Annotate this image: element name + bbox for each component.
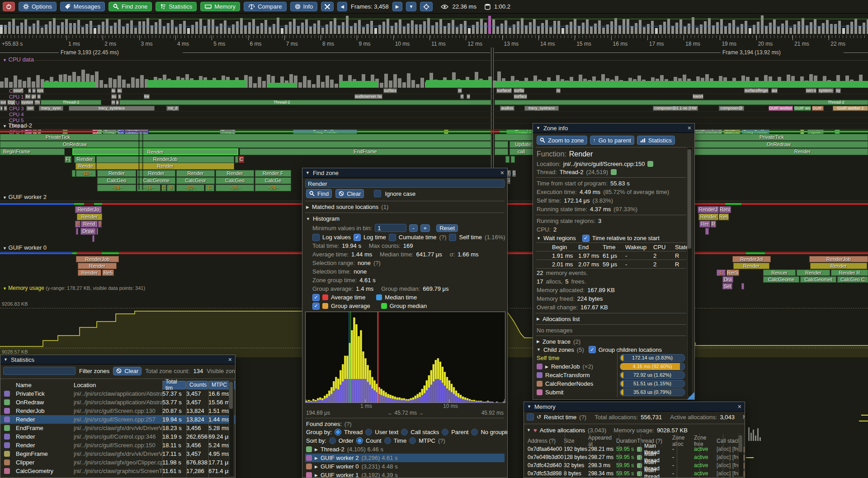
restrict-time-checkbox[interactable]: [527, 413, 534, 421]
zone-chip[interactable]: Dra: [722, 276, 733, 283]
zoom-to-zone-button[interactable]: Zoom to zone: [537, 136, 587, 145]
statistics-button[interactable]: Statistics: [156, 2, 197, 11]
zone-chip[interactable]: CalcGeo: [97, 177, 136, 184]
zone-chip[interactable]: Ren: [719, 213, 729, 220]
zone-chip[interactable]: kworke: [693, 94, 703, 99]
frame-right-label[interactable]: Frame 3,194 (13.92 ms): [722, 49, 781, 56]
zone-chip[interactable]: CalcGeor: [176, 177, 215, 184]
info-button[interactable]: Info: [290, 2, 318, 11]
relative-time-checkbox[interactable]: ✓: [582, 235, 590, 242]
find-zone-button[interactable]: Find zone: [108, 2, 152, 11]
zone-chip[interactable]: BeginFrame: [0, 148, 65, 155]
zone-chip[interactable]: 8: [167, 185, 175, 191]
clear-button[interactable]: Clear: [335, 189, 364, 198]
column-header-total-time[interactable]: Total tim: [162, 381, 186, 389]
statistics-row[interactable]: Clipperjni/../jni/src/claw/gfx/geo/Clipp…: [0, 458, 235, 467]
next-frame-button[interactable]: ▶: [392, 2, 402, 11]
frame-time-strip[interactable]: [0, 15, 868, 34]
statistics-row[interactable]: BeginFramejni/../jni/src/claw/gfx/drv/vk…: [0, 450, 235, 458]
zone-chip[interactable]: PrivateTick: [0, 134, 491, 141]
zone-chip[interactable]: st: [458, 88, 462, 93]
zone-chip[interactable]: CalcGeome: [763, 276, 799, 283]
min-values-input[interactable]: [375, 224, 406, 232]
min-decrease-button[interactable]: -: [409, 224, 417, 232]
thread-section-header[interactable]: ▼ GUIF worker 2: [3, 194, 47, 200]
thread-section-header[interactable]: ▼ GUIF worker 0: [3, 244, 47, 251]
find-zone-query-input[interactable]: [305, 180, 505, 188]
zone-chip[interactable]: CalcGeo: [216, 177, 254, 184]
zone-chip[interactable]: surfac: [514, 88, 524, 93]
go-to-parent-button[interactable]: ↑Go to parent: [590, 136, 634, 145]
find-zone-histogram[interactable]: [305, 312, 505, 403]
zone-chip[interactable]: GUIF w: [812, 106, 824, 111]
zone-chip[interactable]: C: [205, 185, 214, 191]
zone-chip[interactable]: ro: [556, 88, 561, 93]
column-header-name[interactable]: Name: [16, 382, 74, 388]
zone-chip[interactable]: system-ser: [818, 88, 834, 93]
messages-button[interactable]: Messages: [60, 2, 105, 11]
zone-chip[interactable]: call: [509, 148, 533, 155]
zone-chip[interactable]: surfacef: [383, 88, 397, 93]
found-zone-group-row[interactable]: ▶GUIF worker 2(3,296) 4.61 s: [305, 454, 505, 462]
memory-titlebar[interactable]: ▼Memory×: [524, 402, 745, 412]
zone-chip[interactable]: RerS: [726, 270, 739, 276]
column-header-location[interactable]: Location: [74, 382, 162, 388]
zone-chip[interactable]: gm: [31, 94, 36, 99]
zone-chip[interactable]: Re5: [102, 270, 114, 276]
zone-chip[interactable]: [495, 141, 508, 148]
prev-frame-button[interactable]: ◀: [337, 2, 347, 11]
radio-option[interactable]: [409, 437, 416, 444]
zone-chip[interactable]: audioserver /audio: [354, 94, 382, 99]
zone-chip[interactable]: kw: [144, 94, 150, 99]
zone-chip[interactable]: aud: [111, 94, 117, 99]
zone-chip[interactable]: Rencer: [763, 270, 796, 276]
zone-chip[interactable]: kv: [25, 94, 31, 99]
zone-chip[interactable]: OnRedraw: [0, 141, 491, 148]
zone-chip[interactable]: Thread-2: [41, 100, 101, 105]
zone-chip[interactable]: rt: [460, 94, 464, 99]
zone-chip[interactable]: Rer: [699, 221, 710, 227]
statistics-row[interactable]: OnRedrawjni/../jni/src/claw/application/…: [0, 398, 235, 407]
thread-section-header[interactable]: ▼ Thread-2: [3, 122, 32, 129]
zone-chip[interactable]: x: [0, 106, 3, 111]
statistics-row[interactable]: EndFramejni/../jni/src/claw/gfx/drv/vk/D…: [0, 424, 235, 432]
zone-chip[interactable]: [235, 156, 238, 163]
frame-left-label[interactable]: Frame 3,193 (22.45 ms): [61, 49, 119, 56]
zone-chip[interactable]: Render: [698, 213, 718, 220]
zone-chip[interactable]: Render: [97, 170, 136, 177]
zone-chip[interactable]: s: [4, 106, 7, 111]
close-icon[interactable]: ×: [228, 356, 232, 363]
zone-chip[interactable]: CalcGeo C: [837, 276, 868, 283]
zone-chip[interactable]: CalcGe: [255, 177, 291, 184]
zone-chip[interactable]: Render: [78, 263, 117, 269]
frame-dropdown-button[interactable]: ▼: [406, 2, 417, 11]
child-zone-row[interactable]: Self time172.14 us (3.83%): [536, 354, 686, 362]
resize-corner[interactable]: [687, 392, 694, 399]
radio-option[interactable]: [471, 429, 478, 435]
zone-chip[interactable]: ~16~: [137, 185, 160, 191]
close-icon[interactable]: ×: [738, 403, 741, 410]
child-zone-row[interactable]: RecalcTransform72.92 us (1.62%): [536, 371, 686, 379]
histogram-option-checkbox[interactable]: [389, 234, 396, 241]
zone-chip[interactable]: [76, 228, 78, 235]
column-header-counts[interactable]: Counts: [186, 381, 208, 389]
child-zone-row[interactable]: Submit35.63 us (0.79%): [536, 388, 686, 397]
zone-chip[interactable]: Rend: [719, 206, 731, 213]
zone-chip[interactable]: a: [116, 100, 119, 105]
statistics-row[interactable]: Renderjni/../jni/src/guif/Screen.cpp:150…: [0, 441, 235, 450]
focus-frame-button[interactable]: [420, 2, 433, 11]
zone-chip[interactable]: Render: [216, 170, 254, 177]
found-zone-group-row[interactable]: ▶GUIF worker 1(3,192) 4.39 s: [305, 471, 505, 478]
zone-chip[interactable]: Thre: [34, 100, 40, 105]
zone-chip[interactable]: ~26~: [216, 185, 254, 191]
filter-zones-input[interactable]: [3, 367, 75, 375]
zone-chip[interactable]: system-se: [21, 100, 33, 105]
filter-clear-button[interactable]: Clear: [113, 367, 142, 375]
find-zone-titlebar[interactable]: ▼Find zone×: [302, 168, 507, 178]
zone-chip[interactable]: composer@2.1-se (HW: [653, 106, 698, 111]
zone-chip[interactable]: Render: [74, 156, 95, 163]
zone-chip[interactable]: GUIF work: [794, 106, 811, 111]
child-zones-node[interactable]: Child zones: [543, 346, 574, 353]
compare-button[interactable]: Compare: [244, 2, 286, 11]
matched-source-locations[interactable]: Matched source locations: [312, 204, 378, 210]
